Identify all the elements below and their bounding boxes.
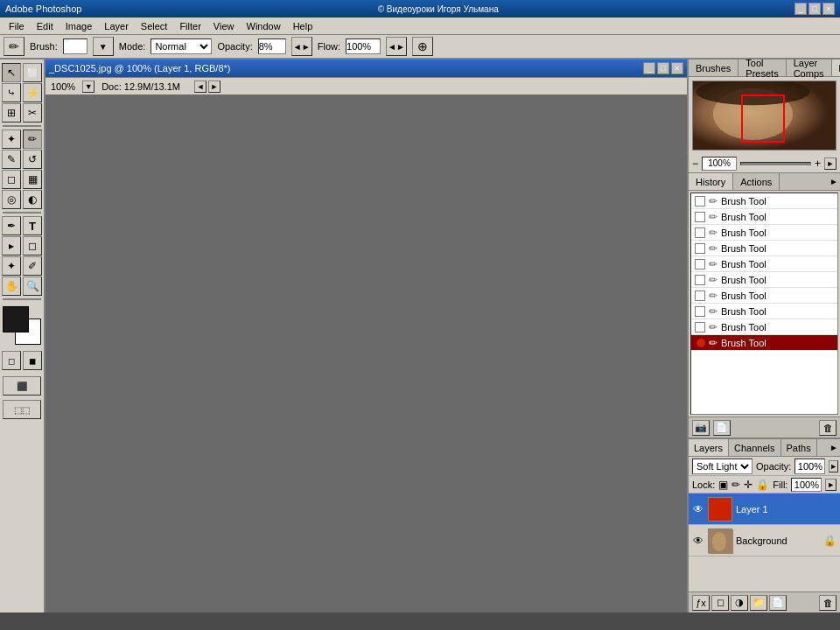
history-item-8[interactable]: ✏ Brush Tool bbox=[691, 304, 837, 319]
marquee-tool[interactable]: ⬜ bbox=[23, 63, 42, 82]
menu-view[interactable]: View bbox=[208, 20, 240, 32]
brush-size-input[interactable] bbox=[63, 38, 88, 54]
history-item-4[interactable]: ✏ Brush Tool bbox=[691, 241, 837, 256]
blend-mode-select[interactable]: Soft Light Normal Multiply Screen bbox=[692, 458, 752, 474]
brush-preset-button[interactable]: ▼ bbox=[93, 37, 114, 56]
gradient-tool[interactable]: ▦ bbox=[23, 170, 42, 189]
new-layer-button[interactable]: 📄 bbox=[769, 595, 787, 611]
layer-item-1[interactable]: 👁 Layer 1 bbox=[689, 494, 840, 525]
healing-brush-tool[interactable]: ✦ bbox=[2, 130, 21, 149]
brush-tool-icon-button[interactable]: ✏ bbox=[4, 37, 24, 56]
eyedropper-tool[interactable]: ✦ bbox=[2, 256, 21, 276]
opacity-arrow-button[interactable]: ► bbox=[829, 460, 838, 472]
history-item-1[interactable]: ✏ Brush Tool bbox=[691, 193, 837, 209]
lock-transparent-icon[interactable]: ▣ bbox=[718, 479, 728, 491]
navigator-viewport-indicator[interactable] bbox=[741, 94, 785, 143]
clone-stamp-tool[interactable]: ✎ bbox=[2, 150, 21, 169]
foreground-color-swatch[interactable] bbox=[3, 306, 29, 332]
brush-tool[interactable]: ✏ bbox=[23, 130, 42, 149]
opacity-input[interactable] bbox=[258, 38, 286, 54]
mode-select[interactable]: Normal Multiply Screen Overlay Soft Ligh… bbox=[150, 38, 212, 54]
airbrush-button[interactable]: ⊕ bbox=[412, 37, 433, 56]
hand-tool[interactable]: ✋ bbox=[2, 276, 21, 296]
zoom-slider[interactable] bbox=[740, 162, 811, 165]
menu-image[interactable]: Image bbox=[60, 20, 98, 32]
history-item-10[interactable]: ✏ Brush Tool bbox=[691, 335, 837, 351]
text-tool[interactable]: T bbox=[23, 216, 42, 235]
path-select-tool[interactable]: ▸ bbox=[2, 236, 21, 256]
shape-tool[interactable]: ◻ bbox=[23, 236, 42, 256]
window-controls[interactable]: _ □ × bbox=[794, 3, 835, 15]
tab-layer-comps[interactable]: Layer Comps bbox=[787, 60, 832, 76]
slice-tool[interactable]: ✂ bbox=[23, 103, 42, 122]
new-snapshot-button[interactable]: 📷 bbox=[692, 420, 710, 436]
tab-history[interactable]: History bbox=[689, 173, 733, 190]
history-item-6[interactable]: ✏ Brush Tool bbox=[691, 272, 837, 288]
layer-item-background[interactable]: 👁 Background 🔒 bbox=[689, 525, 840, 556]
lock-pixels-icon[interactable]: ✏ bbox=[732, 479, 740, 491]
layers-menu-button[interactable]: ► bbox=[828, 439, 840, 456]
fill-arrow-button[interactable]: ► bbox=[825, 479, 836, 491]
layer-opacity-input[interactable] bbox=[794, 458, 825, 474]
minimize-button[interactable]: _ bbox=[794, 3, 807, 15]
opacity-arrow[interactable]: ◄► bbox=[291, 37, 312, 56]
tab-info[interactable]: Info bbox=[832, 60, 841, 76]
tab-layers[interactable]: Layers bbox=[689, 439, 729, 456]
quickmask-mode-button[interactable]: ◼ bbox=[23, 351, 42, 370]
zoom-tool[interactable]: 🔍 bbox=[23, 276, 42, 296]
history-item-9[interactable]: ✏ Brush Tool bbox=[691, 319, 837, 335]
tab-actions[interactable]: Actions bbox=[733, 173, 780, 190]
menu-edit[interactable]: Edit bbox=[32, 20, 59, 32]
zoom-minus-icon[interactable]: − bbox=[692, 158, 698, 170]
delete-layer-button[interactable]: 🗑 bbox=[819, 595, 836, 611]
close-button[interactable]: × bbox=[822, 3, 835, 15]
history-item-2[interactable]: ✏ Brush Tool bbox=[691, 209, 837, 225]
new-layer-group-button[interactable]: 📁 bbox=[750, 595, 767, 611]
menu-window[interactable]: Window bbox=[242, 20, 286, 32]
history-back-button[interactable]: ◄ bbox=[194, 80, 206, 93]
lock-all-icon[interactable]: 🔒 bbox=[756, 479, 769, 491]
move-tool[interactable]: ↖ bbox=[2, 63, 21, 82]
zoom-plus-icon[interactable]: + bbox=[815, 158, 821, 170]
history-navigate[interactable]: ◄ ► bbox=[194, 80, 220, 93]
lock-position-icon[interactable]: ✛ bbox=[744, 479, 752, 491]
new-fill-layer-button[interactable]: ◑ bbox=[731, 595, 748, 611]
magic-wand-tool[interactable]: ⚡ bbox=[23, 83, 42, 102]
flow-arrow[interactable]: ◄► bbox=[386, 37, 407, 56]
eraser-tool[interactable]: ◻ bbox=[2, 170, 21, 189]
create-new-document-button[interactable]: 📄 bbox=[713, 420, 731, 436]
menu-filter[interactable]: Filter bbox=[174, 20, 206, 32]
layer-style-button[interactable]: ƒx bbox=[692, 595, 710, 611]
tab-brushes[interactable]: Brushes bbox=[689, 60, 738, 76]
menu-help[interactable]: Help bbox=[288, 20, 318, 32]
history-item-3[interactable]: ✏ Brush Tool bbox=[691, 225, 837, 241]
history-brush-tool[interactable]: ↺ bbox=[23, 150, 42, 169]
layer-visibility-bg[interactable]: 👁 bbox=[692, 535, 704, 547]
maximize-button[interactable]: □ bbox=[808, 3, 821, 15]
tab-paths[interactable]: Paths bbox=[781, 439, 817, 456]
history-menu-button[interactable]: ► bbox=[828, 173, 840, 190]
history-item-5[interactable]: ✏ Brush Tool bbox=[691, 256, 837, 272]
history-forward-button[interactable]: ► bbox=[208, 80, 220, 93]
doc-window-controls[interactable]: _ □ × bbox=[643, 62, 683, 74]
doc-minimize-button[interactable]: _ bbox=[643, 62, 655, 74]
history-item-7[interactable]: ✏ Brush Tool bbox=[691, 288, 837, 304]
menu-file[interactable]: File bbox=[4, 20, 30, 32]
layer-visibility-1[interactable]: 👁 bbox=[692, 503, 704, 515]
zoom-input[interactable]: 100% bbox=[702, 157, 737, 171]
imagemap-button[interactable]: ⬚⬚ bbox=[3, 400, 41, 419]
screen-mode-button[interactable]: ⬛ bbox=[3, 376, 41, 396]
doc-close-button[interactable]: × bbox=[671, 62, 683, 74]
panel-options-button[interactable]: ► bbox=[824, 158, 836, 170]
crop-tool[interactable]: ⊞ bbox=[2, 103, 21, 122]
tab-tool-presets[interactable]: Tool Presets bbox=[738, 60, 786, 76]
notes-tool[interactable]: ✐ bbox=[23, 256, 42, 276]
menu-layer[interactable]: Layer bbox=[99, 20, 134, 32]
fill-input[interactable] bbox=[791, 478, 822, 492]
pen-tool[interactable]: ✒ bbox=[2, 216, 21, 235]
tab-channels[interactable]: Channels bbox=[729, 439, 780, 456]
lasso-tool[interactable]: ⤷ bbox=[2, 83, 21, 102]
zoom-dropdown-button[interactable]: ▼ bbox=[82, 80, 94, 93]
flow-input[interactable] bbox=[346, 38, 381, 54]
doc-maximize-button[interactable]: □ bbox=[657, 62, 669, 74]
